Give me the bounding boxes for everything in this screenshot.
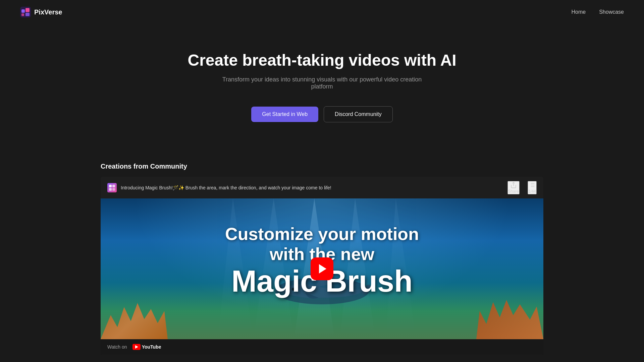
channel-icon bbox=[107, 183, 117, 192]
video-title: Introducing Magic Brush!🪄✨ Brush the are… bbox=[121, 185, 331, 190]
community-section: Creations from Community Introducing Mag… bbox=[0, 142, 644, 355]
navbar: PixVerse Home Showcase bbox=[0, 0, 644, 24]
youtube-logo[interactable]: YouTube bbox=[132, 344, 161, 350]
hero-section: Create breath-taking videos with AI Tran… bbox=[0, 24, 644, 142]
playlist-button[interactable]: 1/44 bbox=[528, 181, 537, 194]
video-bottom-bar: Watch on YouTube bbox=[101, 339, 543, 355]
share-button[interactable]: Share bbox=[507, 181, 520, 194]
svg-rect-7 bbox=[109, 188, 112, 191]
get-started-button[interactable]: Get Started in Web bbox=[251, 107, 318, 122]
nav-home[interactable]: Home bbox=[571, 9, 586, 15]
playlist-count: 1/44 bbox=[528, 189, 536, 194]
svg-rect-5 bbox=[109, 185, 112, 187]
youtube-icon bbox=[132, 344, 141, 350]
video-header-right: Share 1/44 bbox=[507, 181, 537, 194]
hero-buttons: Get Started in Web Discord Community bbox=[251, 106, 392, 122]
nav-showcase[interactable]: Showcase bbox=[599, 9, 624, 15]
logo-area[interactable]: PixVerse bbox=[20, 7, 62, 17]
svg-rect-4 bbox=[25, 13, 30, 16]
watch-on-text: Watch on bbox=[107, 344, 127, 350]
hero-title: Create breath-taking videos with AI bbox=[187, 51, 456, 69]
hero-subtitle: Transform your ideas into stunning visua… bbox=[221, 76, 423, 90]
brand-name: PixVerse bbox=[34, 8, 62, 16]
video-header-left: Introducing Magic Brush!🪄✨ Brush the are… bbox=[107, 183, 331, 192]
video-container: Introducing Magic Brush!🪄✨ Brush the are… bbox=[101, 177, 543, 355]
svg-rect-8 bbox=[112, 188, 115, 191]
play-triangle-icon bbox=[319, 264, 326, 274]
video-overlay-line1: Customize your motion bbox=[225, 224, 419, 244]
nav-links: Home Showcase bbox=[571, 9, 624, 15]
svg-rect-3 bbox=[21, 13, 24, 16]
svg-rect-2 bbox=[25, 8, 30, 12]
play-button[interactable] bbox=[311, 257, 333, 280]
share-label: Share bbox=[508, 189, 519, 194]
pixverse-logo-icon bbox=[20, 7, 31, 17]
discord-community-button[interactable]: Discord Community bbox=[324, 106, 393, 122]
youtube-label: YouTube bbox=[142, 344, 161, 350]
youtube-play-icon bbox=[135, 345, 138, 349]
video-thumbnail[interactable]: Customize your motion with the new Magic… bbox=[101, 198, 543, 339]
section-title: Creations from Community bbox=[101, 163, 543, 170]
svg-rect-6 bbox=[112, 185, 115, 187]
svg-rect-1 bbox=[21, 9, 25, 13]
play-button-circle bbox=[311, 257, 333, 280]
video-header: Introducing Magic Brush!🪄✨ Brush the are… bbox=[101, 177, 543, 198]
